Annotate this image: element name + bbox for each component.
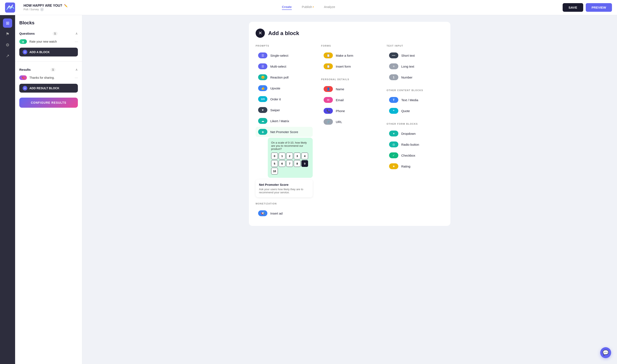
phone-icon: 📞	[324, 108, 333, 114]
main-layout: ⊞ ⚑ ⚙ ↗ Blocks Questions 1 ∧ ◈ Rate your…	[0, 15, 617, 364]
results-toggle[interactable]: ∧	[75, 68, 78, 72]
reaction-poll-icon: 😊	[258, 74, 267, 80]
info-icon[interactable]: i	[40, 8, 44, 11]
email-icon: ✉	[324, 97, 333, 103]
opt-swiper[interactable]: ♥ Swiper	[256, 105, 313, 115]
opt-dropdown[interactable]: ▾ Dropdown	[386, 129, 444, 139]
nav-publish[interactable]: Publish	[302, 5, 314, 10]
nps-scale-num-4[interactable]: 4	[301, 153, 308, 159]
nps-scale-num-6[interactable]: 6	[279, 160, 285, 167]
text-media-icon: T	[389, 97, 398, 103]
col-forms: FORMS 📋 Make a form 📋 Insert form PERSON…	[321, 44, 378, 219]
opt-checkbox[interactable]: ✓ Checkbox	[386, 150, 444, 160]
upvote-icon: 👍	[258, 85, 267, 91]
nps-scale-num-2[interactable]: 2	[286, 153, 293, 159]
opt-long-text[interactable]: ≡ Long text	[386, 61, 444, 71]
opt-email[interactable]: ✉ Email	[321, 95, 378, 105]
opt-radio-button[interactable]: ◎ Radio button	[386, 139, 444, 149]
opt-insert-form[interactable]: 📋 Insert form	[321, 61, 378, 71]
nps-scale-num-7[interactable]: 7	[286, 160, 293, 167]
add-question-btn[interactable]: + ADD A BLOCK	[19, 48, 78, 56]
number-label: Number	[401, 76, 412, 79]
share-icon[interactable]: ↗	[3, 51, 12, 60]
add-question-label: ADD A BLOCK	[29, 50, 50, 54]
opt-insert-ad[interactable]: 📢 Insert ad	[256, 208, 313, 218]
opt-rating[interactable]: ★ Rating	[386, 161, 444, 171]
questions-toggle[interactable]: ∧	[75, 31, 78, 36]
dropdown-icon: ▾	[389, 130, 398, 136]
result-item-thanks[interactable]: 🔖 Thanks for sharing. ···	[15, 73, 82, 82]
opt-quote[interactable]: ❝ Quote	[386, 106, 444, 116]
results-label: Results	[19, 68, 31, 71]
add-result-icon: +	[23, 86, 27, 91]
insert-ad-label: Insert ad	[270, 212, 283, 215]
question-dots[interactable]: ···	[75, 39, 78, 44]
number-icon: 1	[389, 74, 398, 80]
opt-likert[interactable]: ☁ Likert / Matrix	[256, 116, 313, 126]
insert-form-label: Insert form	[336, 65, 351, 68]
opt-phone[interactable]: 📞 Phone	[321, 106, 378, 116]
order-it-label: Order it	[270, 97, 281, 101]
main-content: ✕ Add a block PROMPTS ☰ Single-select ☰ …	[82, 15, 617, 364]
reaction-poll-label: Reaction poll	[270, 76, 289, 79]
nps-card-desc: Ask your users how likely they are to re…	[259, 188, 309, 194]
nps-scale-num-0[interactable]: 0	[271, 153, 278, 159]
multi-select-label: Multi-select	[270, 65, 286, 68]
email-label: Email	[336, 98, 344, 102]
nps-tooltip: On a scale of 0-10, how likely are you t…	[268, 138, 313, 178]
edit-title-icon[interactable]: ✏️	[64, 4, 68, 7]
blocks-panel: Blocks Questions 1 ∧ ◈ Rate your new wat…	[15, 15, 82, 364]
result-dots[interactable]: ···	[75, 76, 78, 80]
blocks-title: Blocks	[15, 15, 82, 29]
nps-scale-num-3[interactable]: 3	[294, 153, 300, 159]
questions-label: Questions	[19, 32, 35, 35]
results-count: 1	[51, 68, 55, 72]
prompts-section-title: PROMPTS	[256, 44, 313, 47]
add-block-panel: ✕ Add a block PROMPTS ☰ Single-select ☰ …	[249, 22, 450, 226]
gear-icon[interactable]: ⚙	[3, 40, 12, 50]
opt-multi-select[interactable]: ☰ Multi-select	[256, 61, 313, 71]
survey-title: HOW HAPPY ARE YOU? ✏️	[24, 4, 68, 8]
nps-scale-num-10[interactable]: 10	[271, 168, 278, 174]
nps-scale: 012345678910	[271, 153, 309, 174]
opt-single-select[interactable]: ☰ Single-select	[256, 50, 313, 60]
nps-scale-num-1[interactable]: 1	[279, 153, 285, 159]
url-icon: 🔗	[324, 119, 333, 125]
blocks-icon[interactable]: ⊞	[3, 18, 12, 28]
configure-results-btn[interactable]: CONFIGURE RESULTS	[19, 98, 78, 108]
opt-reaction-poll[interactable]: 😊 Reaction poll	[256, 72, 313, 82]
icon-sidebar: ⊞ ⚑ ⚙ ↗	[0, 15, 15, 364]
result-label: Thanks for sharing.	[29, 76, 72, 79]
opt-order-it[interactable]: 123 Order it	[256, 94, 313, 104]
opt-upvote[interactable]: 👍 Upvote	[256, 83, 313, 93]
nav-create[interactable]: Create	[282, 5, 292, 10]
preview-button[interactable]: PREVIEW	[586, 3, 612, 12]
opt-nps[interactable]: ◈ Net Promoter Score	[256, 127, 313, 137]
nps-scale-num-8[interactable]: 8	[294, 160, 300, 167]
col-text-input: TEXT INPUT — Short text ≡ Long text 1 Nu…	[386, 44, 444, 219]
nps-scale-num-9[interactable]: 9	[301, 160, 308, 167]
opt-name[interactable]: 👤 Name	[321, 84, 378, 94]
opt-short-text[interactable]: — Short text	[386, 50, 444, 60]
chat-bubble[interactable]: 💬	[600, 347, 611, 358]
settings-icon[interactable]: ⚑	[3, 29, 12, 39]
question-item-rate[interactable]: ◈ Rate your new watch ···	[15, 37, 82, 46]
add-result-btn[interactable]: + ADD RESULT BLOCK	[19, 84, 78, 92]
nps-scale-num-5[interactable]: 5	[271, 160, 278, 167]
nav-analyze[interactable]: Analyze	[324, 5, 335, 10]
opt-text-media[interactable]: T Text / Media	[386, 95, 444, 105]
text-media-label: Text / Media	[401, 98, 418, 102]
divider-1	[15, 62, 82, 62]
opt-url[interactable]: 🔗 URL	[321, 117, 378, 127]
logo[interactable]	[5, 2, 15, 13]
add-question-icon: +	[23, 50, 27, 54]
dropdown-label: Dropdown	[401, 132, 415, 135]
quote-icon: ❝	[389, 108, 398, 114]
save-button[interactable]: SAVE	[563, 3, 583, 12]
close-button[interactable]: ✕	[256, 28, 265, 38]
radio-button-icon: ◎	[389, 142, 398, 147]
opt-make-form[interactable]: 📋 Make a form	[321, 50, 378, 60]
rating-icon: ★	[389, 163, 398, 169]
opt-number[interactable]: 1 Number	[386, 72, 444, 82]
upvote-label: Upvote	[270, 87, 280, 90]
